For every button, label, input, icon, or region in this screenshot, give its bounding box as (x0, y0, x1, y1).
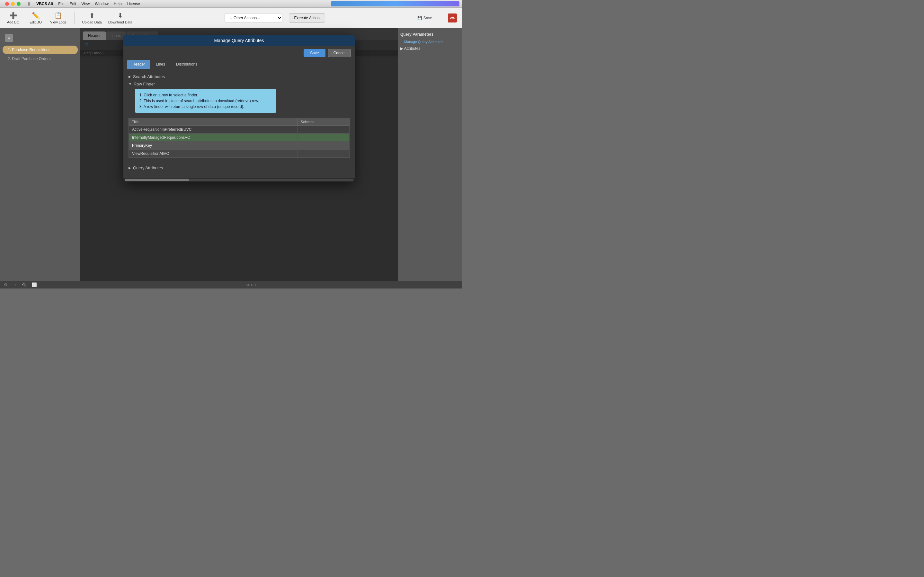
search-attributes-arrow: ▶ (129, 75, 131, 78)
manage-query-attributes-link[interactable]: Manage Query Attributes (404, 39, 459, 44)
row-selected (297, 126, 349, 134)
download-data-button[interactable]: ⬇ Download Data (108, 11, 132, 24)
xml-button[interactable]: </> (448, 13, 457, 23)
terminal-icon[interactable]: ⬜ (32, 282, 37, 287)
close-button[interactable] (5, 2, 9, 6)
save-label: Save (423, 16, 432, 20)
row-title: ViewRequisitionAllVC (129, 150, 298, 158)
sidebar-item-label: 1. Purchase Requisitions (8, 48, 50, 52)
edit-bo-icon: ✏️ (32, 11, 40, 19)
content-area: Header Lines Distributions ⚗ Requisition… (80, 28, 398, 281)
edit-bo-button[interactable]: ✏️ Edit BO (27, 11, 44, 24)
toolbar-separator-2 (440, 11, 440, 24)
info-line-1: 1. Click on a row to select a finder. (139, 93, 272, 97)
menu-license[interactable]: License (127, 2, 140, 6)
save-button[interactable]: 💾 Save (417, 16, 432, 20)
table-row[interactable]: PrimaryKey (129, 142, 349, 150)
sidebar-item-label: 2. Draft Purchase Orders (8, 56, 50, 61)
row-title: InternallyManagedRequisitionsVC (129, 134, 298, 142)
row-finder-label: Row Finder (134, 82, 155, 86)
plugin-icon[interactable]: 🔌 (21, 282, 27, 287)
modal-toolbar: Save Cancel (123, 46, 355, 60)
menu-edit[interactable]: Edit (70, 2, 76, 6)
settings-icon[interactable]: ⚙ (4, 282, 8, 287)
execute-action-button[interactable]: Execute Action (289, 13, 325, 23)
apple-icon:  (28, 1, 30, 6)
menu-bar-accent (331, 1, 459, 6)
upload-data-label: Upload Data (82, 20, 102, 24)
add-bo-icon: ➕ (9, 11, 17, 19)
traffic-lights (3, 0, 23, 8)
row-title: PrimaryKey (129, 142, 298, 150)
upload-data-button[interactable]: ⬆ Upload Data (82, 11, 102, 24)
view-logs-button[interactable]: 📋 View Logs (50, 11, 66, 24)
row-title: ActiveRequisitionInPreferredBUVC (129, 126, 298, 134)
row-finder-info-box: 1. Click on a row to select a finder. 2.… (135, 89, 276, 113)
right-sidebar-title: Query Parameters (400, 32, 459, 37)
status-bar-icons: ⚙ ⇥ 🔌 ⬜ (0, 282, 41, 287)
download-data-label: Download Data (108, 20, 132, 24)
modal-body: ▶ Search Attributes ▼ Row Finder 1. Clic… (123, 69, 355, 178)
modal-dialog: Manage Query Attributes Save Cancel Head… (123, 35, 355, 182)
edit-bo-label: Edit BO (29, 20, 42, 24)
save-icon: 💾 (417, 16, 422, 20)
search-attributes-label: Search Attributes (133, 74, 165, 79)
modal-title: Manage Query Attributes (123, 35, 355, 46)
maximize-button[interactable] (17, 2, 21, 6)
table-row[interactable]: ViewRequisitionAllVC (129, 150, 349, 158)
modal-save-button[interactable]: Save (304, 49, 325, 57)
sidebar-item-draft-purchase-orders[interactable]: 2. Draft Purchase Orders (0, 55, 80, 63)
view-logs-label: View Logs (50, 20, 66, 24)
collapse-button[interactable]: « (5, 34, 13, 42)
sidebar-item-purchase-requisitions[interactable]: 1. Purchase Requisitions (3, 46, 78, 54)
scrollbar-thumb (125, 179, 189, 181)
add-bo-label: Add BO (7, 20, 19, 24)
download-icon: ⬇ (118, 11, 123, 19)
modal-cancel-button[interactable]: Cancel (328, 49, 351, 57)
menu-file[interactable]: File (58, 2, 64, 6)
other-actions-dropdown[interactable]: -- Other Actions -- (225, 13, 282, 23)
main-toolbar: ➕ Add BO ✏️ Edit BO 📋 View Logs ⬆ Upload… (0, 8, 462, 28)
menu-bar:  VBCS Alt File Edit View Window Help Li… (0, 0, 462, 8)
query-attributes-label: Query Attributes (133, 166, 163, 170)
row-finder-section[interactable]: ▼ Row Finder (129, 82, 349, 86)
view-logs-icon: 📋 (54, 11, 62, 19)
modal-tab-header[interactable]: Header (127, 60, 150, 69)
table-row[interactable]: ActiveRequisitionInPreferredBUVC (129, 126, 349, 134)
query-attributes-section[interactable]: ▶ Query Attributes (129, 166, 349, 170)
row-selected (297, 134, 349, 142)
col-title-header: Title (129, 118, 298, 126)
main-area: « 1. Purchase Requisitions 2. Draft Purc… (0, 28, 462, 281)
info-line-2: 2. This is used in place of search attri… (139, 98, 272, 103)
menu-view[interactable]: View (81, 2, 90, 6)
row-finder-arrow: ▼ (129, 82, 132, 86)
app-name: VBCS Alt (36, 2, 53, 6)
modal-overlay: Manage Query Attributes Save Cancel Head… (80, 28, 398, 281)
query-attributes-arrow: ▶ (129, 166, 131, 170)
finder-table: Title Selected ActiveRequisitionInPrefer… (129, 118, 349, 158)
col-selected-header: Selected (297, 118, 349, 126)
menu-window[interactable]: Window (95, 2, 109, 6)
left-sidebar: « 1. Purchase Requisitions 2. Draft Purc… (0, 28, 80, 281)
modal-tab-distributions[interactable]: Distributions (171, 60, 203, 69)
login-icon[interactable]: ⇥ (13, 282, 16, 287)
scrollbar-track (125, 179, 353, 181)
upload-icon: ⬆ (89, 11, 95, 19)
info-line-3: 3. A row finder will return a single row… (139, 105, 272, 109)
row-selected (297, 142, 349, 150)
minimize-button[interactable] (11, 2, 15, 6)
add-bo-button[interactable]: ➕ Add BO (5, 11, 21, 24)
modal-tab-lines[interactable]: Lines (151, 60, 170, 69)
search-attributes-section[interactable]: ▶ Search Attributes (129, 74, 349, 79)
right-sidebar: Query Parameters Manage Query Attributes… (398, 28, 462, 281)
version-label: v0.0.1 (41, 283, 462, 287)
attributes-section[interactable]: ▶ Attributes (400, 46, 459, 51)
table-row[interactable]: InternallyManagedRequisitionsVC (129, 134, 349, 142)
modal-tabs: Header Lines Distributions (123, 60, 355, 69)
menu-help[interactable]: Help (114, 2, 122, 6)
row-selected (297, 150, 349, 158)
modal-scrollbar[interactable] (123, 178, 355, 182)
